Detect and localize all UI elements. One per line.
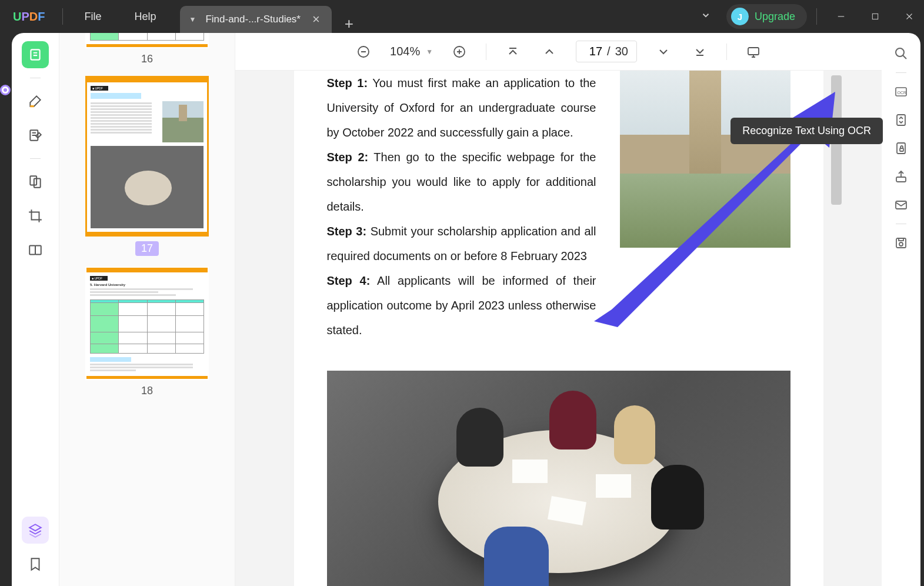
minimize-button[interactable] bbox=[826, 0, 856, 33]
thumb-label-18: 18 bbox=[141, 385, 153, 397]
edit-tool[interactable] bbox=[22, 122, 49, 149]
zoom-out-button[interactable] bbox=[353, 42, 373, 62]
thumbnail-17[interactable]: ■ UPDF 17 bbox=[59, 76, 235, 256]
ocr-icon[interactable]: OCR bbox=[890, 81, 912, 103]
main-area: 16 ■ UPDF bbox=[12, 33, 920, 586]
document-area: 104% ▼ / 30 bbox=[235, 33, 882, 586]
step3-text: Submit your scholarship application and … bbox=[327, 225, 596, 262]
right-toolbar: OCR bbox=[882, 33, 920, 586]
add-tab-button[interactable]: + bbox=[332, 15, 366, 33]
zoom-dropdown-icon[interactable]: ▼ bbox=[426, 48, 433, 56]
document-toolbar: 104% ▼ / 30 bbox=[235, 33, 882, 71]
svg-rect-12 bbox=[34, 179, 41, 188]
separator bbox=[486, 44, 486, 60]
share-icon[interactable] bbox=[890, 165, 912, 188]
presentation-button[interactable] bbox=[743, 42, 763, 62]
svg-rect-34 bbox=[899, 238, 903, 241]
titlebar-right: J Upgrade bbox=[690, 0, 924, 33]
ocr-tooltip: Recognize Text Using OCR bbox=[730, 118, 883, 144]
svg-rect-11 bbox=[30, 176, 36, 185]
tab-title: Find-and-...r-Studies* bbox=[205, 14, 301, 25]
page-total: 30 bbox=[615, 45, 628, 58]
zoom-level: 104% bbox=[390, 45, 420, 58]
svg-rect-31 bbox=[896, 201, 906, 209]
tab-close-icon[interactable]: × bbox=[310, 12, 322, 27]
protect-icon[interactable] bbox=[890, 137, 912, 159]
thumbnail-16[interactable]: 16 bbox=[59, 33, 235, 65]
page-input[interactable] bbox=[585, 45, 602, 58]
search-icon[interactable] bbox=[890, 42, 912, 65]
document-page: Step 1: You must first make an applicati… bbox=[294, 71, 823, 586]
thumb-label-17: 17 bbox=[135, 241, 159, 256]
step1-label: Step 1: bbox=[327, 76, 368, 89]
separator bbox=[896, 224, 906, 224]
bookmark-tool[interactable] bbox=[22, 551, 49, 578]
document-tab[interactable]: ▼ Find-and-...r-Studies* × bbox=[180, 6, 332, 33]
thumb-label-16: 16 bbox=[141, 53, 153, 65]
organize-tool[interactable] bbox=[22, 168, 49, 195]
layers-tool[interactable] bbox=[22, 517, 49, 544]
maximize-button[interactable] bbox=[860, 0, 890, 33]
zoom-in-button[interactable] bbox=[449, 42, 469, 62]
svg-rect-13 bbox=[29, 245, 35, 254]
save-icon[interactable] bbox=[890, 232, 912, 254]
convert-icon[interactable] bbox=[890, 109, 912, 131]
email-icon[interactable] bbox=[890, 194, 912, 216]
svg-point-33 bbox=[899, 242, 903, 246]
step2-label: Step 2: bbox=[327, 151, 369, 164]
thumbnail-panel: 16 ■ UPDF bbox=[59, 33, 235, 586]
svg-text:OCR: OCR bbox=[898, 91, 907, 95]
svg-line-24 bbox=[903, 55, 906, 59]
students-image bbox=[327, 371, 790, 586]
svg-rect-30 bbox=[896, 177, 906, 182]
svg-rect-22 bbox=[748, 48, 759, 55]
document-viewport[interactable]: Step 1: You must first make an applicati… bbox=[235, 71, 882, 586]
window-dropdown-icon[interactable] bbox=[690, 10, 722, 23]
next-page-button[interactable] bbox=[653, 42, 673, 62]
panel-indicator-dot[interactable] bbox=[0, 85, 11, 95]
svg-rect-14 bbox=[35, 245, 41, 254]
vertical-scrollbar[interactable] bbox=[831, 75, 842, 581]
step3-label: Step 3: bbox=[327, 225, 367, 238]
divider bbox=[816, 8, 817, 25]
last-page-button[interactable] bbox=[690, 42, 710, 62]
step4-label: Step 4: bbox=[327, 274, 371, 287]
left-toolbar-bottom bbox=[12, 517, 59, 578]
svg-rect-1 bbox=[872, 14, 878, 19]
title-bar: UPDF File Help ▼ Find-and-...r-Studies* … bbox=[0, 0, 924, 33]
menu-file[interactable]: File bbox=[68, 11, 118, 23]
first-page-button[interactable] bbox=[503, 42, 523, 62]
tab-strip: ▼ Find-and-...r-Studies* × + bbox=[180, 0, 367, 33]
highlight-tool[interactable] bbox=[22, 88, 49, 115]
page-sep: / bbox=[607, 45, 611, 58]
compare-tool[interactable] bbox=[22, 237, 49, 264]
close-button[interactable] bbox=[895, 0, 924, 33]
left-toolbar bbox=[12, 33, 59, 586]
upgrade-button[interactable]: J Upgrade bbox=[726, 4, 807, 29]
page-indicator: / 30 bbox=[576, 41, 637, 62]
user-avatar: J bbox=[731, 8, 749, 25]
svg-point-23 bbox=[896, 48, 904, 56]
prev-page-button[interactable] bbox=[539, 42, 559, 62]
step1-text: You must first make an application to th… bbox=[327, 76, 596, 139]
app-logo: UPDF bbox=[0, 10, 58, 24]
svg-rect-27 bbox=[897, 115, 905, 125]
menu-help[interactable]: Help bbox=[118, 11, 172, 23]
reader-tool[interactable] bbox=[22, 41, 49, 68]
separator bbox=[726, 44, 727, 60]
separator bbox=[896, 72, 906, 73]
oxford-image bbox=[620, 71, 790, 248]
upgrade-label: Upgrade bbox=[755, 11, 795, 23]
tab-dropdown-icon[interactable]: ▼ bbox=[189, 15, 196, 24]
thumbnail-18[interactable]: ■ UPDF 5. Harvard University bbox=[59, 267, 235, 397]
crop-tool[interactable] bbox=[22, 202, 49, 229]
separator bbox=[30, 158, 41, 159]
separator bbox=[30, 78, 41, 78]
svg-rect-29 bbox=[900, 148, 903, 151]
divider bbox=[62, 8, 63, 25]
